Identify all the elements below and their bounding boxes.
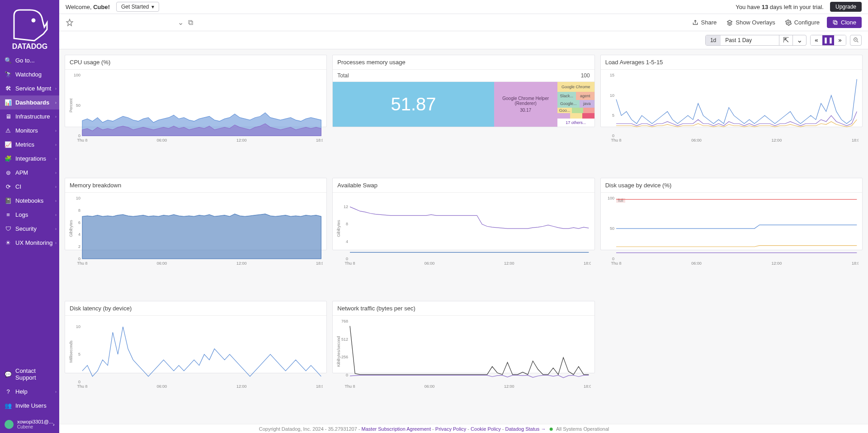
copyright: Copyright Datadog, Inc. 2024 - 35.279312…	[259, 426, 362, 432]
sidebar-item-security[interactable]: 🛡Security›	[0, 222, 59, 236]
copy-icon[interactable]: ⧉	[188, 19, 193, 27]
sidebar-item-label: Dashboards	[15, 99, 49, 106]
total-value: 100	[581, 72, 590, 79]
svg-text:06:00: 06:00	[157, 138, 167, 143]
sidebar-item-contact-support[interactable]: 💬Contact Support	[0, 364, 59, 385]
panel-disk-usage[interactable]: Disk usage by device (%) 050100Thu 806:0…	[600, 178, 863, 250]
panel-cpu[interactable]: CPU usage (%) 050100Thu 806:0012:0018:00…	[65, 55, 327, 127]
footer-link[interactable]: Master Subscription Agreement	[362, 426, 431, 432]
sidebar-item-metrics[interactable]: 📈Metrics›	[0, 138, 59, 152]
panel-title: CPU usage (%)	[65, 55, 326, 70]
chevron-down-icon[interactable]: ⌄	[793, 35, 806, 45]
sidebar-item-label: Service Mgmt	[15, 85, 51, 92]
sidebar-item-service-mgmt[interactable]: 🛠Service Mgmt›	[0, 81, 59, 95]
zoom-out-icon	[853, 37, 859, 43]
sidebar-item-notebooks[interactable]: 📓Notebooks›	[0, 194, 59, 208]
treemap-others[interactable]: 17 others...	[557, 119, 594, 127]
chevron-right-icon: ›	[55, 241, 57, 245]
svg-text:Thu 8: Thu 8	[77, 261, 88, 266]
sidebar-item-infrastructure[interactable]: 🖥Infrastructure›	[0, 109, 59, 124]
overlays-button[interactable]: Show Overlays	[724, 17, 778, 28]
treemap-cell[interactable]	[570, 113, 582, 119]
svg-text:0: 0	[346, 257, 348, 261]
clone-icon	[832, 19, 838, 25]
svg-text:18:00: 18:00	[852, 138, 859, 143]
step-forward-button[interactable]: »	[834, 35, 846, 45]
svg-text:18:00: 18:00	[852, 261, 859, 266]
svg-text:4: 4	[346, 239, 348, 244]
svg-text:0: 0	[78, 380, 80, 384]
treemap-cell[interactable]	[583, 108, 594, 113]
sidebar-item-label: Help	[15, 388, 28, 395]
sidebar-item-help[interactable]: ?Help›	[0, 385, 59, 399]
dashboard-grid: CPU usage (%) 050100Thu 806:0012:0018:00…	[59, 49, 868, 424]
footer-link[interactable]: Privacy Policy	[435, 426, 466, 432]
panel-swap[interactable]: Available Swap 04812Thu 806:0012:0018:00…	[332, 178, 594, 250]
pin-icon[interactable]: ⇱	[779, 35, 793, 45]
treemap-cell[interactable]	[582, 113, 594, 119]
treemap-cell[interactable]: Google Chrome	[557, 82, 594, 92]
pause-button[interactable]: ❚❚	[822, 35, 834, 45]
zoom-out-button[interactable]	[850, 35, 862, 46]
step-back-button[interactable]: «	[811, 35, 822, 45]
ci-icon: ⟳	[5, 183, 12, 190]
sidebar-item-integrations[interactable]: 🧩Integrations›	[0, 152, 59, 166]
share-button[interactable]: Share	[689, 17, 720, 28]
treemap-helper-cell[interactable]: Google Chrome Helper (Renderer) 30.17	[494, 82, 557, 127]
sidebar-item-logs[interactable]: ≡Logs›	[0, 208, 59, 222]
dropdown-icon[interactable]: ⌄	[178, 18, 184, 27]
time-range-selector[interactable]: 1d Past 1 Day ⇱ ⌄	[705, 35, 807, 46]
svg-text:10: 10	[76, 196, 80, 200]
treemap-cell[interactable]: agent	[576, 92, 594, 100]
panel-processes[interactable]: Processes memory usage Total 100 51.87 G…	[332, 55, 594, 127]
svg-text:18:00: 18:00	[316, 138, 323, 143]
sidebar-item-invite-users[interactable]: 👥Invite Users	[0, 399, 59, 413]
panel-network[interactable]: Network traffic (bytes per sec) 02565127…	[332, 301, 594, 373]
star-icon[interactable]	[66, 19, 74, 27]
sidebar-item-label: Security	[15, 225, 37, 232]
chevron-right-icon: ›	[55, 390, 57, 394]
panel-disk-latency[interactable]: Disk latency (by device) 0510Thu 806:001…	[65, 301, 327, 373]
clone-button[interactable]: Clone	[827, 17, 862, 28]
svg-text:Kibibytes/second: Kibibytes/second	[336, 336, 341, 367]
avatar	[5, 420, 14, 429]
svg-text:12:00: 12:00	[771, 261, 782, 266]
footer-link[interactable]: Cookie Policy	[471, 426, 501, 432]
treemap-cell[interactable]: Goo...	[557, 108, 572, 113]
sidebar-item-dashboards[interactable]: 📊Dashboards›	[0, 95, 59, 109]
chevron-right-icon: ›	[55, 213, 57, 217]
footer-link[interactable]: Datadog Status →	[505, 426, 546, 432]
svg-text:Thu 8: Thu 8	[345, 261, 355, 266]
sidebar-item-apm[interactable]: ⊚APM›	[0, 166, 59, 180]
upgrade-button[interactable]: Upgrade	[830, 2, 862, 12]
sidebar-item-label: Logs	[15, 211, 28, 218]
treemap-cell[interactable]	[572, 108, 583, 113]
panel-memory[interactable]: Memory breakdown 0246810Thu 806:0012:001…	[65, 178, 327, 250]
svg-text:15: 15	[610, 73, 614, 77]
sidebar-item-watchdog[interactable]: 🔭Watchdog	[0, 67, 59, 81]
treemap-cell[interactable]: Slack...	[557, 92, 576, 100]
sidebar-item-monitors[interactable]: ⚠Monitors›	[0, 124, 59, 138]
svg-text:5: 5	[612, 113, 614, 118]
treemap-cell[interactable]: java	[580, 100, 594, 108]
user-menu[interactable]: xowopi3301@... Cubene ›	[0, 415, 59, 433]
configure-button[interactable]: Configure	[783, 17, 822, 28]
sidebar-item-label: Notebooks	[15, 197, 43, 204]
sidebar-item-ux-monitoring[interactable]: ☀UX Monitoring›	[0, 236, 59, 250]
svg-text:6: 6	[78, 220, 80, 225]
chat-icon: 💬	[5, 371, 12, 378]
time-controls: 1d Past 1 Day ⇱ ⌄ « ❚❚ »	[59, 31, 868, 49]
svg-text:0: 0	[612, 133, 614, 138]
get-started-button[interactable]: Get Started ▾	[116, 2, 159, 12]
treemap-main-cell[interactable]: 51.87	[333, 82, 494, 127]
treemap-cell[interactable]: Google...	[557, 100, 580, 108]
panel-load[interactable]: Load Averages 1-5-15 051015Thu 806:0012:…	[600, 55, 863, 127]
datadog-logo[interactable]: DATADOG	[0, 0, 59, 53]
sidebar-item-label: Monitors	[15, 127, 38, 134]
sidebar-item-go-to-[interactable]: 🔍Go to...	[0, 53, 59, 67]
svg-text:10: 10	[76, 324, 80, 329]
sidebar-item-label: Invite Users	[15, 402, 47, 409]
sidebar-item-ci[interactable]: ⟳CI›	[0, 180, 59, 194]
svg-text:8: 8	[346, 222, 348, 226]
treemap-cell[interactable]	[557, 113, 570, 119]
